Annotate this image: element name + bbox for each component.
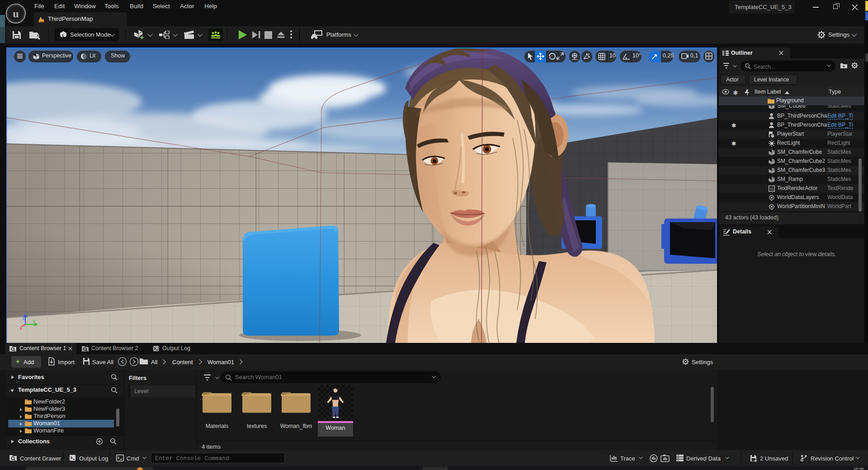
svg-text:u: u <box>13 8 19 19</box>
svg-text:Y: Y <box>33 319 35 323</box>
svg-text:Tt: Tt <box>770 187 774 191</box>
svg-text:X: X <box>19 326 22 331</box>
svg-text:Z: Z <box>23 316 25 321</box>
